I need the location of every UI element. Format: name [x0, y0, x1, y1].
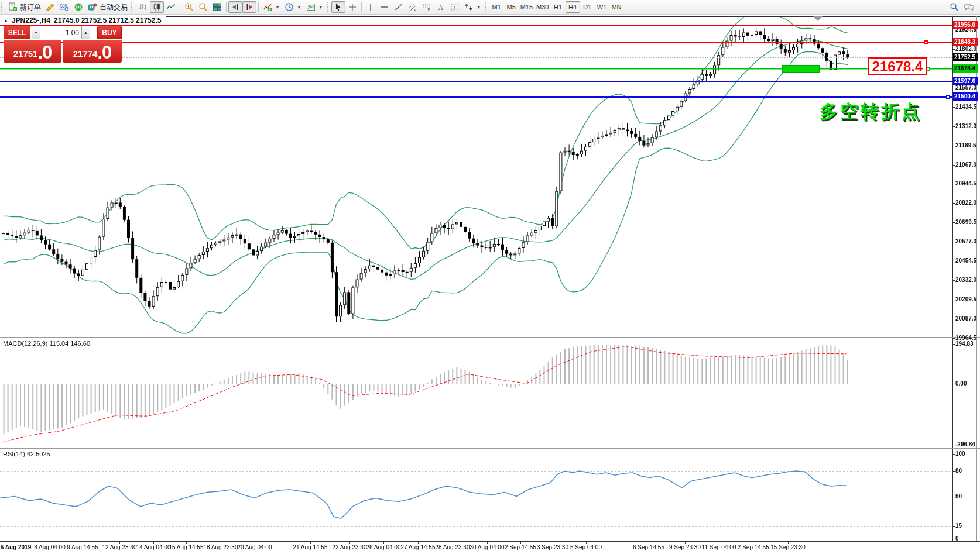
price-scale-tick: 21434.5	[955, 103, 980, 111]
time-axis-label: 12 Aug 23:30	[102, 544, 137, 550]
rsi-scale-tick: 80	[955, 467, 980, 475]
zoom-out-button[interactable]	[196, 1, 210, 13]
timeframe-m30[interactable]: M30	[534, 1, 550, 13]
buy-button[interactable]: BUY	[97, 26, 122, 39]
vertical-line-icon	[366, 2, 375, 12]
price-scale-tick: 20454.5	[955, 257, 980, 265]
price-scale-tick: 20822.0	[955, 199, 980, 207]
timeframe-h1[interactable]: H1	[551, 1, 566, 13]
main-toolbar: 新订单 自动交易 ▼ ▼	[0, 0, 980, 15]
price-badge-21500.4: 21500.4	[953, 92, 978, 101]
periods-dropdown[interactable]: ▼	[282, 1, 304, 13]
label-icon: T	[450, 2, 460, 12]
volume-input[interactable]: 1.00	[40, 26, 81, 39]
label-button[interactable]: T	[448, 1, 462, 13]
time-axis-label: 9 Aug 14:55	[67, 544, 98, 550]
profile-button[interactable]	[57, 1, 71, 13]
bar-chart-button[interactable]	[136, 1, 150, 13]
signals-icon	[74, 2, 83, 12]
rsi-indicator-label: RSI(14) 62.5025	[3, 450, 50, 457]
timeframe-m5[interactable]: M5	[504, 1, 519, 13]
time-axis-label: 15 Sep 23:30	[770, 544, 806, 550]
chevron-down-icon: ▼	[297, 5, 301, 10]
text-button[interactable]: A	[434, 1, 448, 13]
macd-scale-tick: 194.83	[955, 340, 980, 348]
buy-price-main: 21774	[73, 46, 98, 61]
fibonacci-button[interactable]: F	[420, 1, 434, 13]
sell-price-main: 21751	[13, 46, 38, 61]
macd-indicator-label: MACD(12,26,9) 115.04 146.60	[3, 340, 90, 347]
one-click-trading-panel: SELL ▼ 1.00 ▲ BUY 21751 .0 21774 .0	[4, 26, 122, 63]
trendline-button[interactable]	[392, 1, 406, 13]
new-order-button[interactable]: 新订单	[6, 1, 43, 13]
crosshair-icon	[348, 2, 357, 12]
autotrading-button[interactable]: 自动交易	[85, 1, 130, 13]
volume-increase-button[interactable]: ▲	[81, 26, 90, 39]
time-axis-label: 12 Sep 14:55	[734, 544, 769, 550]
arrows-dropdown[interactable]: ▼	[462, 1, 484, 13]
price-level-callout[interactable]: 21678.4	[868, 57, 927, 75]
price-scale-tick: 20209.5	[955, 295, 980, 304]
arrows-icon	[464, 2, 474, 12]
price-badge-21752.5: 21752.5	[953, 53, 978, 61]
time-axis-label: 20 Aug 04:00	[238, 544, 272, 550]
zoom-in-button[interactable]	[182, 1, 196, 13]
time-axis-label: 14 Aug 04:00	[136, 544, 171, 550]
time-axis-label: 6 Sep 14:55	[633, 544, 664, 550]
time-axis-label: 22 Aug 23:30	[333, 544, 367, 550]
sell-price-display[interactable]: 21751 .0	[4, 40, 61, 63]
timeframe-m1[interactable]: M1	[489, 1, 504, 13]
buy-price-display[interactable]: 21774 .0	[63, 40, 122, 63]
timeframe-w1[interactable]: W1	[595, 1, 609, 13]
time-axis-label: 8 Aug 04:00	[34, 544, 65, 550]
timeframe-m15[interactable]: M15	[519, 1, 534, 13]
timeframe-h4[interactable]: H4	[566, 1, 580, 13]
toolbar-drag-handle[interactable]	[131, 2, 135, 12]
turning-point-annotation[interactable]: 多空转折点	[820, 99, 922, 124]
cursor-button[interactable]	[331, 1, 345, 13]
toolbar-drag-handle[interactable]	[327, 2, 330, 12]
search-button[interactable]	[947, 1, 961, 13]
line-chart-button[interactable]	[164, 1, 178, 13]
zoom-in-icon	[184, 2, 194, 12]
horizontal-line-button[interactable]	[378, 1, 392, 13]
timeframe-mn[interactable]: MN	[609, 1, 624, 13]
time-axis-label: 15 Aug 14:55	[169, 544, 204, 550]
auto-scroll-button[interactable]	[228, 1, 242, 13]
timeframe-d1[interactable]: D1	[580, 1, 595, 13]
signals-button[interactable]	[71, 1, 85, 13]
toolbar-drag-handle[interactable]	[1, 2, 5, 12]
price-scale-tick: 21189.5	[955, 142, 980, 150]
svg-text:T: T	[453, 5, 457, 11]
channel-icon: E	[408, 2, 417, 12]
autotrading-icon	[88, 2, 97, 12]
tile-windows-button[interactable]	[210, 1, 224, 13]
market-button[interactable]	[43, 1, 57, 13]
chart-canvas[interactable]	[0, 0, 980, 554]
candlestick-icon	[152, 2, 162, 12]
sell-button[interactable]: SELL	[4, 26, 30, 39]
support-zone-highlight[interactable]	[782, 65, 820, 73]
sell-price-pips: .0	[37, 44, 52, 61]
time-axis-label: 5 Sep 04:00	[570, 544, 602, 550]
toolbar-drag-handle[interactable]	[485, 2, 488, 12]
price-scale-tick: 21312.0	[955, 122, 980, 130]
one-click-collapse-icon[interactable]: ▲	[4, 18, 8, 23]
price-scale-tick: 20699.5	[955, 218, 980, 226]
scroll-to-end-icon[interactable]	[813, 16, 823, 21]
new-order-label: 新订单	[20, 2, 41, 12]
macd-scale-tick: -296.84	[955, 441, 980, 449]
indicators-dropdown[interactable]: ▼	[261, 1, 282, 13]
buy-price-pips: .0	[97, 44, 111, 61]
time-axis-label: 9 Sep 23:30	[669, 544, 701, 550]
chart-shift-button[interactable]	[242, 1, 256, 13]
time-axis-label: 2 Sep 14:55	[505, 544, 536, 550]
vertical-line-button[interactable]	[364, 1, 378, 13]
volume-decrease-button[interactable]: ▼	[32, 26, 40, 39]
chat-button[interactable]	[961, 1, 976, 13]
candlestick-button[interactable]	[150, 1, 164, 13]
channel-button[interactable]: E	[406, 1, 420, 13]
crosshair-button[interactable]	[345, 1, 359, 13]
templates-dropdown[interactable]: ▼	[304, 1, 325, 13]
cursor-icon	[334, 2, 343, 12]
